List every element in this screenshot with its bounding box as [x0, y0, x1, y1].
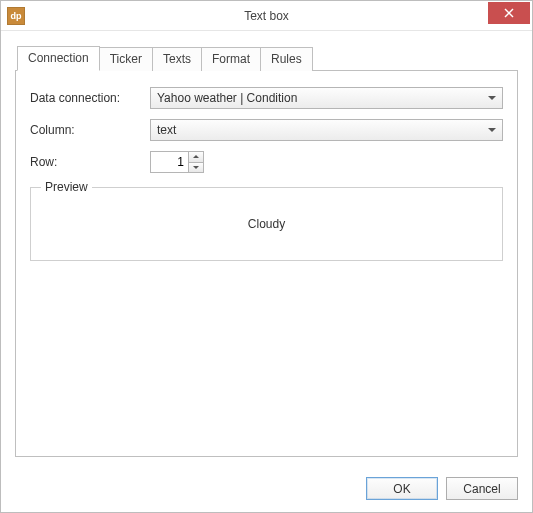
ok-button[interactable]: OK [366, 477, 438, 500]
close-button[interactable] [488, 2, 530, 24]
chevron-down-icon [488, 128, 496, 132]
row-row: Row: [30, 151, 503, 173]
column-select[interactable]: text [150, 119, 503, 141]
preview-content: Cloudy [31, 188, 502, 260]
data-connection-value: Yahoo weather | Condition [157, 91, 297, 105]
tab-rules[interactable]: Rules [260, 47, 313, 71]
row-spin-down[interactable] [189, 163, 203, 173]
row-input[interactable] [150, 151, 188, 173]
row-data-connection: Data connection: Yahoo weather | Conditi… [30, 87, 503, 109]
dialog-footer: OK Cancel [1, 467, 532, 512]
data-connection-label: Data connection: [30, 91, 150, 105]
cancel-button[interactable]: Cancel [446, 477, 518, 500]
tab-texts[interactable]: Texts [152, 47, 202, 71]
tab-connection[interactable]: Connection [17, 46, 100, 71]
client-area: Connection Ticker Texts Format Rules Dat… [1, 31, 532, 467]
app-icon: dp [7, 7, 25, 25]
preview-legend: Preview [41, 180, 92, 194]
dialog-window: dp Text box Connection Ticker Texts Form… [0, 0, 533, 513]
close-icon [504, 8, 514, 18]
titlebar: dp Text box [1, 1, 532, 31]
data-connection-select[interactable]: Yahoo weather | Condition [150, 87, 503, 109]
row-column: Column: text [30, 119, 503, 141]
chevron-down-icon [488, 96, 496, 100]
row-spinner [150, 151, 204, 173]
row-spin-buttons [188, 151, 204, 173]
chevron-up-icon [193, 155, 199, 158]
tab-format[interactable]: Format [201, 47, 261, 71]
preview-group: Preview Cloudy [30, 187, 503, 261]
row-spin-up[interactable] [189, 152, 203, 163]
window-title: Text box [1, 9, 532, 23]
tabpanel-connection: Data connection: Yahoo weather | Conditi… [15, 70, 518, 457]
tab-ticker[interactable]: Ticker [99, 47, 153, 71]
column-value: text [157, 123, 176, 137]
column-label: Column: [30, 123, 150, 137]
row-label: Row: [30, 155, 150, 169]
tabstrip: Connection Ticker Texts Format Rules [17, 45, 518, 70]
chevron-down-icon [193, 166, 199, 169]
